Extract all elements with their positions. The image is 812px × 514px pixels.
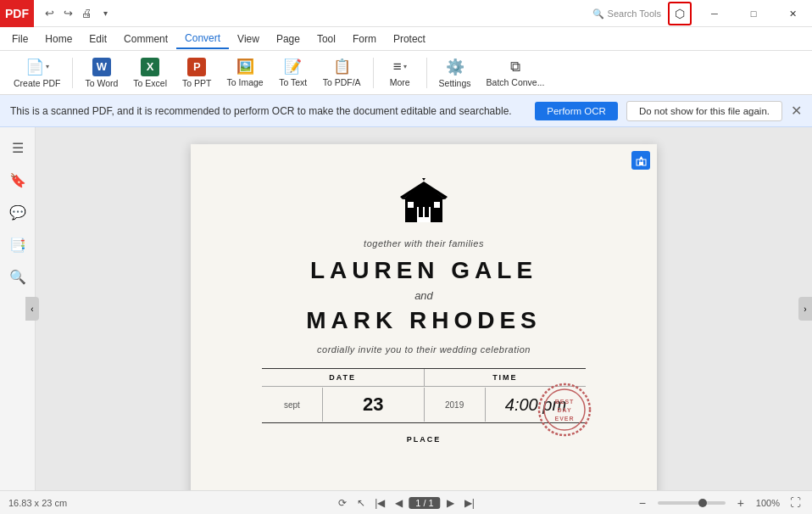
search-tools: 🔍 Search Tools	[586, 8, 668, 20]
to-excel-icon: X	[141, 58, 159, 76]
prev-page-button[interactable]: ◀	[390, 494, 407, 511]
to-text-icon: 📝	[284, 58, 302, 75]
cursor-button[interactable]: ↖	[353, 494, 370, 511]
svg-marker-3	[639, 156, 643, 159]
create-pdf-button[interactable]: 📄 ▾ Create PDF	[7, 53, 67, 92]
more-icon: ≡	[393, 59, 402, 75]
place-label: PLACE	[407, 435, 442, 444]
perform-ocr-button[interactable]: Perform OCR	[535, 102, 618, 120]
to-pdfa-button[interactable]: 📋 To PDF/A	[316, 53, 368, 92]
to-text-button[interactable]: 📝 To Text	[272, 53, 314, 92]
svg-rect-8	[419, 207, 423, 217]
menu-page[interactable]: Page	[268, 29, 309, 49]
close-notification-button[interactable]: ✕	[791, 103, 802, 119]
fullscreen-button[interactable]: ⛶	[787, 494, 804, 511]
to-word-icon: W	[92, 58, 111, 76]
close-button[interactable]: ✕	[773, 0, 812, 27]
last-page-button[interactable]: ▶|	[461, 494, 478, 511]
zoom-slider[interactable]	[658, 501, 726, 505]
sidebar-bookmark-icon[interactable]: 🔖	[4, 166, 31, 193]
minimize-button[interactable]: ─	[695, 0, 734, 27]
to-pdfa-icon: 📋	[333, 58, 351, 75]
name2-text: MARK RHODES	[306, 307, 542, 334]
next-page-button[interactable]: ▶	[442, 494, 459, 511]
zoom-thumb	[698, 499, 707, 507]
name1-text: LAUREN GALE	[310, 257, 537, 284]
zoom-percent: 100%	[756, 498, 780, 508]
doc-action-icon[interactable]	[631, 151, 650, 170]
first-page-button[interactable]: |◀	[371, 494, 388, 511]
menu-view[interactable]: View	[229, 29, 268, 49]
more-button[interactable]: ≡ ▾ More	[379, 53, 421, 92]
svg-rect-9	[425, 207, 429, 217]
document-area: together with their families LAUREN GALE…	[36, 127, 812, 490]
menu-form[interactable]: Form	[344, 29, 385, 49]
collapse-left-button[interactable]: ‹	[25, 297, 39, 321]
sidebar-search-icon[interactable]: 🔍	[4, 263, 31, 290]
day-cell: 23	[323, 387, 424, 422]
collapse-right-button[interactable]: ›	[798, 297, 812, 321]
toolbar-separator-3	[426, 58, 427, 88]
menu-home[interactable]: Home	[36, 29, 81, 49]
year-cell: 2019	[425, 394, 485, 416]
redo-button[interactable]: ↪	[59, 5, 76, 22]
svg-rect-2	[639, 162, 643, 165]
stamp-illustration: BEST DAY EVER	[535, 380, 594, 439]
sidebar-page-icon[interactable]: 📑	[4, 231, 31, 258]
menu-tool[interactable]: Tool	[309, 29, 344, 49]
page-navigation: ⟳ ↖ |◀ ◀ 1 / 1 ▶ ▶|	[334, 494, 477, 511]
svg-text:DAY: DAY	[558, 407, 572, 413]
dismiss-notification-button[interactable]: Do not show for this file again.	[626, 101, 782, 121]
page-dimensions: 16.83 x 23 cm	[8, 498, 67, 508]
svg-marker-4	[403, 182, 445, 199]
to-word-button[interactable]: W To Word	[78, 53, 125, 92]
menu-comment[interactable]: Comment	[115, 29, 176, 49]
zoom-in-button[interactable]: +	[732, 494, 749, 511]
share-icon	[636, 155, 647, 166]
menu-protect[interactable]: Protect	[385, 29, 434, 49]
menu-edit[interactable]: Edit	[81, 29, 115, 49]
svg-text:BEST: BEST	[555, 399, 575, 405]
month-cell: sept	[262, 394, 322, 416]
notification-text: This is a scanned PDF, and it is recomme…	[10, 105, 526, 117]
maximize-button[interactable]: □	[734, 0, 773, 27]
invite-text: cordially invite you to their wedding ce…	[317, 344, 531, 355]
zoom-controls: − + 100% ⛶	[634, 494, 804, 511]
to-ppt-button[interactable]: P To PPT	[175, 53, 218, 92]
svg-marker-12	[422, 178, 425, 181]
batch-convert-button[interactable]: ⧉ Batch Conve...	[480, 53, 552, 92]
toolbar-separator-2	[373, 58, 374, 88]
settings-icon: ⚙️	[446, 58, 464, 76]
svg-rect-10	[408, 202, 414, 208]
sidebar-comment-icon[interactable]: 💬	[4, 198, 31, 226]
undo-button[interactable]: ↩	[41, 5, 58, 22]
to-image-button[interactable]: 🖼️ To Image	[220, 53, 270, 92]
app-logo: PDF	[0, 0, 34, 27]
to-excel-button[interactable]: X To Excel	[126, 53, 174, 92]
svg-text:EVER: EVER	[555, 416, 575, 422]
date-header: DATE	[262, 369, 424, 386]
document-page: together with their families LAUREN GALE…	[191, 144, 657, 490]
date-time-table: DATE TIME sept 23 2019 4:00 pm	[262, 368, 587, 423]
rotate-button[interactable]: ⟳	[334, 494, 351, 511]
sidebar-panel-icon[interactable]: ☰	[4, 134, 31, 161]
barn-illustration	[398, 178, 449, 225]
page-indicator: 1 / 1	[409, 497, 440, 509]
svg-rect-11	[434, 202, 440, 208]
menu-file[interactable]: File	[3, 29, 36, 49]
toolbar-separator	[72, 58, 73, 88]
menu-convert[interactable]: Convert	[176, 29, 229, 49]
external-link-icon[interactable]: ⬡	[668, 2, 692, 25]
status-bar: 16.83 x 23 cm ⟳ ↖ |◀ ◀ 1 / 1 ▶ ▶| − + 10…	[0, 490, 812, 514]
together-text: together with their families	[364, 238, 484, 249]
print-button[interactable]: 🖨	[78, 5, 95, 22]
to-image-icon: 🖼️	[236, 58, 254, 75]
dropdown-button[interactable]: ▾	[97, 5, 114, 22]
toolbar: 📄 ▾ Create PDF W To Word X To Excel P To…	[0, 51, 812, 95]
and-text: and	[414, 289, 433, 302]
settings-button[interactable]: ⚙️ Settings	[432, 53, 478, 92]
menu-bar: File Home Edit Comment Convert View Page…	[0, 27, 812, 51]
zoom-out-button[interactable]: −	[634, 494, 651, 511]
notification-bar: This is a scanned PDF, and it is recomme…	[0, 95, 812, 127]
create-pdf-icon: 📄	[25, 58, 44, 76]
